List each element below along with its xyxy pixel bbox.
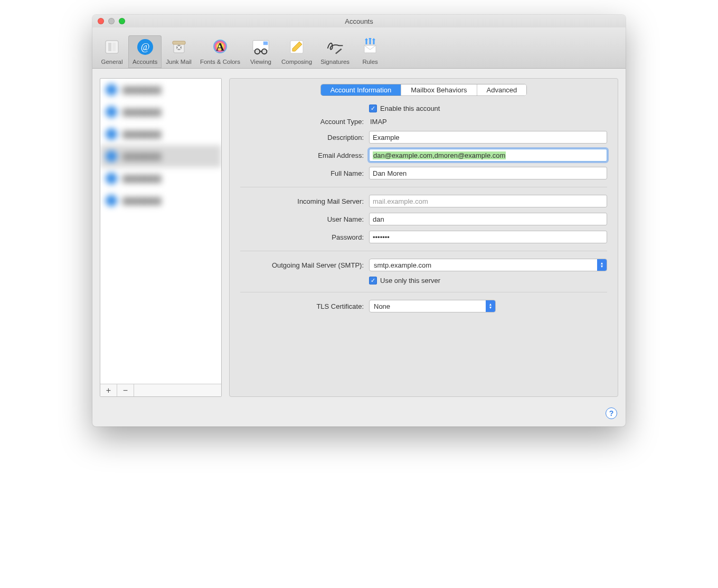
use-only-server-label: Use only this server bbox=[380, 277, 440, 284]
accounts-sidebar: ████████ ████████ ████████ ████████ ████… bbox=[100, 78, 222, 397]
chevron-updown-icon bbox=[486, 300, 495, 312]
username-field[interactable] bbox=[369, 213, 607, 225]
toolbar-label: Composing bbox=[281, 59, 312, 65]
detail-tabs: Account Information Mailbox Behaviors Ad… bbox=[237, 84, 610, 96]
viewing-icon bbox=[251, 37, 270, 56]
tls-popup[interactable]: None bbox=[369, 300, 496, 312]
sidebar-footer: + − bbox=[100, 384, 221, 396]
svg-text:@: @ bbox=[140, 42, 149, 52]
rules-icon bbox=[361, 37, 380, 56]
toolbar-junk-mail[interactable]: Junk Mail bbox=[162, 35, 196, 68]
enable-account-checkbox[interactable]: ✓ Enable this account bbox=[369, 105, 440, 112]
tab-advanced[interactable]: Advanced bbox=[477, 84, 527, 96]
description-label: Description: bbox=[240, 134, 369, 141]
svg-rect-1 bbox=[108, 43, 111, 51]
tls-label: TLS Certificate: bbox=[240, 302, 369, 310]
chevron-updown-icon bbox=[597, 259, 607, 271]
use-only-server-checkbox[interactable]: ✓ Use only this server bbox=[369, 277, 440, 284]
tls-value: None bbox=[374, 302, 390, 310]
account-detail-panel: Account Information Mailbox Behaviors Ad… bbox=[229, 78, 618, 397]
toolbar-label: Junk Mail bbox=[166, 59, 192, 65]
toolbar-signatures[interactable]: Signatures bbox=[316, 35, 354, 68]
account-row[interactable]: ████████ bbox=[100, 79, 221, 101]
toolbar-rules[interactable]: Rules bbox=[354, 35, 386, 68]
smtp-popup[interactable]: smtp.example.com bbox=[369, 259, 607, 271]
checkmark-icon: ✓ bbox=[369, 277, 377, 284]
accounts-list[interactable]: ████████ ████████ ████████ ████████ ████… bbox=[100, 79, 221, 384]
divider bbox=[240, 187, 607, 187]
toolbar-label: Fonts & Colors bbox=[200, 59, 240, 65]
toolbar-label: Rules bbox=[362, 59, 377, 65]
help-area: ? bbox=[92, 404, 626, 426]
username-label: User Name: bbox=[240, 215, 369, 223]
svg-rect-0 bbox=[106, 41, 118, 53]
toolbar-label: Signatures bbox=[320, 59, 349, 65]
password-field[interactable] bbox=[369, 231, 607, 243]
account-row[interactable]: ████████ bbox=[100, 101, 221, 123]
account-row[interactable]: ████████ bbox=[100, 145, 221, 167]
divider bbox=[240, 292, 607, 292]
toolbar-label: Viewing bbox=[250, 59, 271, 65]
toolbar-composing[interactable]: Composing bbox=[277, 35, 316, 68]
preferences-window: Accounts General @ Accounts Junk Mail A bbox=[92, 15, 626, 426]
account-row[interactable]: ████████ bbox=[100, 123, 221, 145]
tab-mailbox-behaviors[interactable]: Mailbox Behaviors bbox=[401, 84, 477, 96]
general-icon bbox=[102, 37, 121, 56]
incoming-server-label: Incoming Mail Server: bbox=[240, 197, 369, 205]
junk-mail-icon bbox=[169, 37, 188, 56]
description-field[interactable] bbox=[369, 131, 607, 144]
email-field[interactable]: dan@example.com,dmoren@example.com bbox=[369, 149, 607, 162]
svg-marker-22 bbox=[369, 38, 372, 39]
tab-account-information[interactable]: Account Information bbox=[321, 84, 402, 96]
titlebar: Accounts bbox=[92, 15, 626, 27]
svg-marker-23 bbox=[372, 38, 375, 40]
fullname-label: Full Name: bbox=[240, 169, 369, 177]
window-title: Accounts bbox=[92, 17, 626, 25]
account-type-value: IMAP bbox=[369, 118, 387, 126]
signatures-icon bbox=[326, 37, 345, 56]
preferences-toolbar: General @ Accounts Junk Mail A Fonts & C… bbox=[92, 27, 626, 69]
toolbar-accounts[interactable]: @ Accounts bbox=[128, 35, 162, 68]
fullname-field[interactable] bbox=[369, 167, 607, 179]
svg-rect-2 bbox=[112, 43, 116, 51]
checkmark-icon: ✓ bbox=[369, 105, 377, 112]
account-form: ✓ Enable this account Account Type: IMAP… bbox=[237, 105, 610, 312]
svg-rect-6 bbox=[173, 41, 185, 44]
toolbar-label: General bbox=[101, 59, 123, 65]
svg-rect-13 bbox=[263, 42, 268, 45]
svg-text:A: A bbox=[216, 40, 224, 53]
account-row[interactable]: ████████ bbox=[100, 167, 221, 189]
fonts-colors-icon: A bbox=[211, 37, 230, 56]
toolbar-fonts-colors[interactable]: A Fonts & Colors bbox=[196, 35, 244, 68]
incoming-server-field[interactable] bbox=[369, 195, 607, 207]
toolbar-viewing[interactable]: Viewing bbox=[244, 35, 277, 68]
account-row[interactable]: ████████ bbox=[100, 189, 221, 212]
smtp-value: smtp.example.com bbox=[374, 261, 431, 269]
password-label: Password: bbox=[240, 233, 369, 241]
svg-marker-19 bbox=[335, 49, 342, 54]
composing-icon bbox=[287, 37, 306, 56]
add-account-button[interactable]: + bbox=[100, 384, 117, 396]
toolbar-general[interactable]: General bbox=[96, 35, 128, 68]
remove-account-button[interactable]: − bbox=[117, 384, 134, 396]
help-button[interactable]: ? bbox=[606, 407, 617, 419]
smtp-label: Outgoing Mail Server (SMTP): bbox=[240, 261, 369, 269]
email-value: dan@example.com,dmoren@example.com bbox=[373, 151, 506, 159]
content-area: ████████ ████████ ████████ ████████ ████… bbox=[92, 69, 626, 404]
accounts-icon: @ bbox=[136, 37, 155, 56]
account-type-label: Account Type: bbox=[240, 118, 369, 126]
divider bbox=[240, 251, 607, 251]
enable-account-label: Enable this account bbox=[380, 105, 440, 112]
svg-marker-21 bbox=[365, 38, 368, 40]
toolbar-label: Accounts bbox=[133, 59, 157, 65]
email-label: Email Address: bbox=[240, 151, 369, 159]
